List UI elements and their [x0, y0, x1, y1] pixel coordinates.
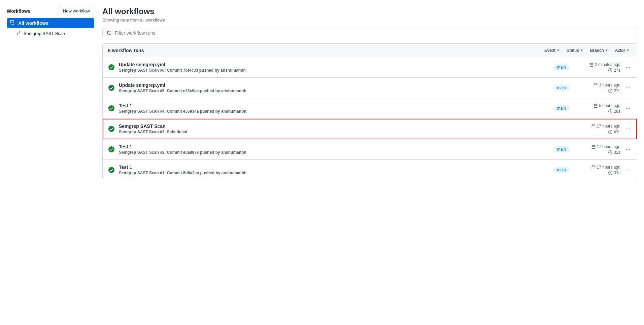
page-title: All workflows	[102, 7, 637, 16]
calendar-icon	[589, 63, 594, 67]
success-icon	[108, 167, 115, 173]
calendar-icon	[594, 83, 598, 87]
row-duration: 27s	[608, 88, 620, 93]
sidebar-header: Workflows New workflow	[7, 7, 94, 15]
row-time: 17 hours ago	[591, 124, 620, 129]
chevron-down-icon: ▼	[556, 48, 560, 52]
row-title: Test 1	[119, 165, 550, 170]
table-row[interactable]: Test 1 Semgrep SAST Scan #1: Commit 6d0a…	[103, 160, 637, 180]
clock-icon	[608, 89, 612, 93]
row-title: Update semgrep.yml	[119, 82, 550, 88]
svg-point-10	[108, 167, 114, 173]
row-content: Test 1 Semgrep SAST Scan #4: Commit e559…	[119, 103, 550, 114]
row-time: 17 hours ago	[591, 165, 620, 170]
duration: 33s	[614, 171, 620, 175]
svg-point-8	[108, 146, 114, 152]
row-duration: 27s	[608, 68, 620, 73]
row-meta: 3 hours ago 27s	[573, 83, 620, 93]
row-title: Test 1	[119, 144, 550, 149]
row-content: Update semgrep.yml Semgrep SAST Scan #5:…	[119, 82, 550, 93]
status-icon	[108, 125, 115, 132]
search-input[interactable]	[115, 30, 633, 36]
new-workflow-button[interactable]: New workflow	[59, 7, 94, 15]
search-bar	[102, 28, 637, 38]
table-row[interactable]: Update semgrep.yml Semgrep SAST Scan #6:…	[103, 57, 637, 78]
clock-icon	[608, 68, 612, 72]
table-row[interactable]: Semgrep SAST Scan Semgrep SAST Scan #3: …	[103, 119, 637, 139]
table-row[interactable]: Test 1 Semgrep SAST Scan #4: Commit e559…	[103, 98, 637, 119]
sidebar-item-all-workflows[interactable]: All workflows	[7, 18, 94, 28]
branch-badge: main	[554, 64, 569, 70]
calendar-icon	[591, 145, 596, 149]
table-row[interactable]: Test 1 Semgrep SAST Scan #2: Commit e0a8…	[103, 139, 637, 160]
duration: 27s	[614, 68, 620, 73]
row-more-button[interactable]: ···	[624, 104, 632, 112]
branch-badge: main	[554, 105, 569, 111]
svg-point-0	[108, 64, 114, 70]
calendar-icon	[591, 124, 596, 128]
status-icon	[108, 167, 115, 173]
row-subtitle: Semgrep SAST Scan #2: Commit e0a8878 pus…	[119, 150, 550, 155]
status-icon	[108, 146, 115, 153]
table-header: 6 workflow runs Event ▼ Status ▼ Branch …	[103, 44, 637, 57]
calendar-icon	[591, 165, 596, 169]
workflow-sub-icon	[16, 31, 21, 36]
row-subtitle: Semgrep SAST Scan #3: Scheduled	[119, 130, 545, 134]
duration: 42s	[614, 130, 620, 134]
sidebar-nav: All workflows Semgrep SAST Scan	[7, 18, 94, 38]
duration: 27s	[614, 88, 620, 93]
actor-filter-button[interactable]: Actor ▼	[613, 47, 632, 53]
duration: 32s	[614, 150, 620, 155]
time-ago: 5 hours ago	[599, 103, 620, 108]
row-content: Semgrep SAST Scan Semgrep SAST Scan #3: …	[119, 123, 545, 134]
row-more-button[interactable]: ···	[624, 125, 632, 133]
row-subtitle: Semgrep SAST Scan #6: Commit 7bf4c33 pus…	[119, 68, 550, 73]
time-ago: 17 hours ago	[597, 165, 620, 170]
row-title: Update semgrep.yml	[119, 62, 550, 67]
page-subtitle: Showing runs from all workflows	[102, 17, 637, 23]
success-icon	[108, 125, 115, 132]
time-ago: 17 hours ago	[597, 124, 620, 129]
sidebar-item-semgrep[interactable]: Semgrep SAST Scan	[7, 29, 94, 38]
time-ago: 3 hours ago	[599, 83, 620, 87]
row-subtitle: Semgrep SAST Scan #1: Commit 6d0a2ea pus…	[119, 171, 550, 175]
chevron-down-icon: ▼	[605, 48, 608, 52]
sidebar-sub-item-label: Semgrep SAST Scan	[24, 31, 65, 36]
clock-icon	[608, 171, 612, 175]
time-ago: 2 minutes ago	[595, 62, 620, 67]
row-more-button[interactable]: ···	[624, 63, 632, 71]
row-subtitle: Semgrep SAST Scan #4: Commit e55934a pus…	[119, 109, 550, 114]
branch-badge: main	[554, 167, 569, 173]
row-meta: 5 hours ago 28s	[573, 103, 620, 114]
row-duration: 28s	[608, 109, 620, 114]
table-row[interactable]: Update semgrep.yml Semgrep SAST Scan #5:…	[103, 78, 637, 98]
success-icon	[108, 84, 115, 91]
clock-icon	[608, 130, 612, 134]
time-ago: 17 hours ago	[597, 144, 620, 149]
row-more-button[interactable]: ···	[624, 145, 632, 153]
svg-point-4	[108, 105, 114, 111]
chevron-down-icon: ▼	[626, 48, 630, 52]
chevron-down-icon: ▼	[580, 48, 583, 52]
branch-badge: main	[554, 85, 569, 91]
status-filter-button[interactable]: Status ▼	[565, 47, 585, 53]
workflows-icon	[10, 20, 15, 26]
row-content: Test 1 Semgrep SAST Scan #2: Commit e0a8…	[119, 144, 550, 155]
branch-badge: main	[554, 146, 569, 152]
status-icon	[108, 105, 115, 112]
row-meta: 2 minutes ago 27s	[573, 62, 620, 73]
branch-filter-button[interactable]: Branch ▼	[588, 47, 610, 53]
row-more-button[interactable]: ···	[624, 166, 632, 174]
row-title: Test 1	[119, 103, 550, 108]
svg-point-6	[108, 126, 114, 132]
status-icon	[108, 84, 115, 91]
event-filter-button[interactable]: Event ▼	[542, 47, 562, 53]
sidebar-title: Workflows	[7, 8, 31, 14]
row-content: Update semgrep.yml Semgrep SAST Scan #6:…	[119, 62, 550, 73]
workflow-table: 6 workflow runs Event ▼ Status ▼ Branch …	[102, 43, 637, 180]
success-icon	[108, 146, 115, 153]
row-more-button[interactable]: ···	[624, 84, 632, 92]
row-time: 5 hours ago	[594, 103, 620, 108]
row-subtitle: Semgrep SAST Scan #5: Commit e23c9ae pus…	[119, 88, 550, 93]
row-time: 17 hours ago	[591, 144, 620, 149]
